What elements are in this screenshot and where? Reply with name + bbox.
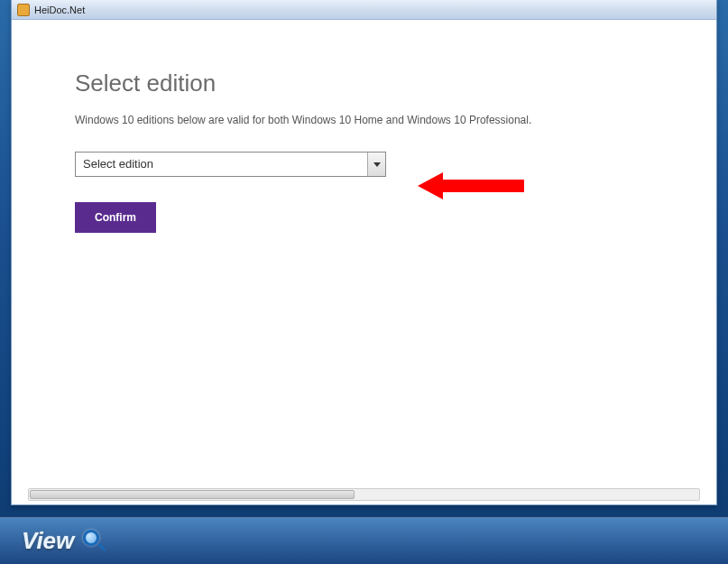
viewer-bottom-bar: View bbox=[0, 517, 728, 564]
edition-select[interactable]: Select edition bbox=[75, 152, 386, 177]
chevron-down-icon bbox=[373, 162, 381, 167]
confirm-button[interactable]: Confirm bbox=[75, 202, 156, 233]
scrollbar-thumb[interactable] bbox=[30, 490, 355, 499]
titlebar[interactable]: HeiDoc.Net bbox=[12, 0, 716, 20]
horizontal-scrollbar[interactable] bbox=[28, 488, 700, 501]
app-window: HeiDoc.Net Select edition Windows 10 edi… bbox=[11, 0, 717, 505]
edition-select-button[interactable] bbox=[367, 153, 385, 176]
page-description: Windows 10 editions below are valid for … bbox=[75, 114, 653, 126]
content-area: Select edition Windows 10 editions below… bbox=[12, 20, 716, 504]
magnifier-icon[interactable] bbox=[83, 530, 106, 553]
edition-select-value: Select edition bbox=[76, 153, 367, 176]
view-label: View bbox=[22, 527, 74, 555]
app-icon bbox=[17, 4, 30, 16]
page-heading: Select edition bbox=[75, 69, 653, 97]
window-title: HeiDoc.Net bbox=[34, 5, 85, 15]
